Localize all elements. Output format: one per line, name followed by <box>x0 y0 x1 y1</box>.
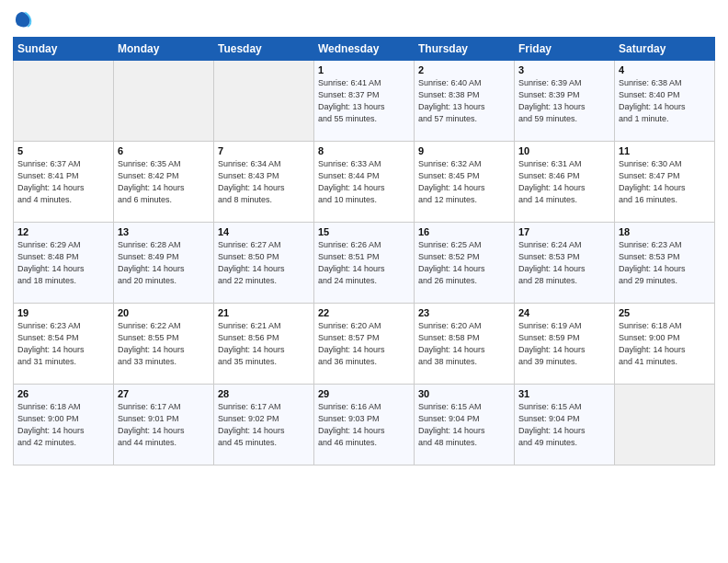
day-info: Sunrise: 6:23 AM Sunset: 8:53 PM Dayligh… <box>619 239 711 287</box>
calendar-cell: 23Sunrise: 6:20 AM Sunset: 8:58 PM Dayli… <box>415 304 515 385</box>
day-info: Sunrise: 6:18 AM Sunset: 9:00 PM Dayligh… <box>619 320 711 368</box>
day-number: 15 <box>318 226 410 237</box>
day-info: Sunrise: 6:20 AM Sunset: 8:58 PM Dayligh… <box>418 320 510 368</box>
day-number: 10 <box>518 145 610 156</box>
calendar-cell: 15Sunrise: 6:26 AM Sunset: 8:51 PM Dayli… <box>314 223 415 304</box>
day-number: 11 <box>619 145 711 156</box>
day-info: Sunrise: 6:22 AM Sunset: 8:55 PM Dayligh… <box>118 320 210 368</box>
calendar-cell: 30Sunrise: 6:15 AM Sunset: 9:04 PM Dayli… <box>415 385 515 465</box>
day-info: Sunrise: 6:19 AM Sunset: 8:59 PM Dayligh… <box>518 320 610 368</box>
calendar-cell: 25Sunrise: 6:18 AM Sunset: 9:00 PM Dayli… <box>615 304 715 385</box>
day-info: Sunrise: 6:31 AM Sunset: 8:46 PM Dayligh… <box>518 158 610 206</box>
week-row-2: 12Sunrise: 6:29 AM Sunset: 8:48 PM Dayli… <box>14 223 715 304</box>
page: SundayMondayTuesdayWednesdayThursdayFrid… <box>0 0 728 563</box>
day-number: 12 <box>17 226 109 237</box>
day-info: Sunrise: 6:23 AM Sunset: 8:54 PM Dayligh… <box>17 320 109 368</box>
day-number: 29 <box>318 388 410 399</box>
logo-icon <box>13 9 33 29</box>
day-info: Sunrise: 6:32 AM Sunset: 8:45 PM Dayligh… <box>418 158 510 206</box>
day-number: 14 <box>218 226 310 237</box>
day-info: Sunrise: 6:15 AM Sunset: 9:04 PM Dayligh… <box>418 401 510 449</box>
weekday-header-wednesday: Wednesday <box>314 38 415 61</box>
day-info: Sunrise: 6:28 AM Sunset: 8:49 PM Dayligh… <box>118 239 210 287</box>
calendar-cell: 19Sunrise: 6:23 AM Sunset: 8:54 PM Dayli… <box>14 304 114 385</box>
calendar-cell: 10Sunrise: 6:31 AM Sunset: 8:46 PM Dayli… <box>515 142 615 223</box>
calendar-cell: 18Sunrise: 6:23 AM Sunset: 8:53 PM Dayli… <box>615 223 715 304</box>
day-number: 27 <box>118 388 210 399</box>
weekday-header-monday: Monday <box>114 38 214 61</box>
calendar-cell: 22Sunrise: 6:20 AM Sunset: 8:57 PM Dayli… <box>314 304 415 385</box>
day-number: 28 <box>218 388 310 399</box>
calendar-cell: 24Sunrise: 6:19 AM Sunset: 8:59 PM Dayli… <box>515 304 615 385</box>
calendar-cell: 3Sunrise: 6:39 AM Sunset: 8:39 PM Daylig… <box>515 61 615 142</box>
weekday-header-row: SundayMondayTuesdayWednesdayThursdayFrid… <box>14 38 715 61</box>
calendar-cell: 26Sunrise: 6:18 AM Sunset: 9:00 PM Dayli… <box>14 385 114 465</box>
week-row-0: 1Sunrise: 6:41 AM Sunset: 8:37 PM Daylig… <box>14 61 715 142</box>
calendar-cell: 29Sunrise: 6:16 AM Sunset: 9:03 PM Dayli… <box>314 385 415 465</box>
day-info: Sunrise: 6:39 AM Sunset: 8:39 PM Dayligh… <box>518 77 610 125</box>
day-info: Sunrise: 6:33 AM Sunset: 8:44 PM Dayligh… <box>318 158 410 206</box>
weekday-header-sunday: Sunday <box>14 38 114 61</box>
week-row-4: 26Sunrise: 6:18 AM Sunset: 9:00 PM Dayli… <box>14 385 715 465</box>
calendar-cell <box>114 61 214 142</box>
day-number: 9 <box>418 145 510 156</box>
week-row-3: 19Sunrise: 6:23 AM Sunset: 8:54 PM Dayli… <box>14 304 715 385</box>
calendar-cell: 27Sunrise: 6:17 AM Sunset: 9:01 PM Dayli… <box>114 385 214 465</box>
day-number: 16 <box>418 226 510 237</box>
day-number: 31 <box>518 388 610 399</box>
day-info: Sunrise: 6:34 AM Sunset: 8:43 PM Dayligh… <box>218 158 310 206</box>
calendar-cell: 31Sunrise: 6:15 AM Sunset: 9:04 PM Dayli… <box>515 385 615 465</box>
day-info: Sunrise: 6:20 AM Sunset: 8:57 PM Dayligh… <box>318 320 410 368</box>
day-info: Sunrise: 6:30 AM Sunset: 8:47 PM Dayligh… <box>619 158 711 206</box>
weekday-header-tuesday: Tuesday <box>214 38 314 61</box>
day-info: Sunrise: 6:41 AM Sunset: 8:37 PM Dayligh… <box>318 77 410 125</box>
day-info: Sunrise: 6:24 AM Sunset: 8:53 PM Dayligh… <box>518 239 610 287</box>
day-number: 24 <box>518 307 610 318</box>
header <box>13 9 715 29</box>
day-info: Sunrise: 6:40 AM Sunset: 8:38 PM Dayligh… <box>418 77 510 125</box>
day-info: Sunrise: 6:17 AM Sunset: 9:01 PM Dayligh… <box>118 401 210 449</box>
day-number: 3 <box>518 64 610 75</box>
day-info: Sunrise: 6:37 AM Sunset: 8:41 PM Dayligh… <box>17 158 109 206</box>
day-number: 1 <box>318 64 410 75</box>
day-number: 22 <box>318 307 410 318</box>
calendar-cell: 13Sunrise: 6:28 AM Sunset: 8:49 PM Dayli… <box>114 223 214 304</box>
day-number: 6 <box>118 145 210 156</box>
calendar-cell: 17Sunrise: 6:24 AM Sunset: 8:53 PM Dayli… <box>515 223 615 304</box>
day-number: 20 <box>118 307 210 318</box>
calendar-cell: 16Sunrise: 6:25 AM Sunset: 8:52 PM Dayli… <box>415 223 515 304</box>
calendar-cell: 4Sunrise: 6:38 AM Sunset: 8:40 PM Daylig… <box>615 61 715 142</box>
weekday-header-friday: Friday <box>515 38 615 61</box>
calendar-body: 1Sunrise: 6:41 AM Sunset: 8:37 PM Daylig… <box>14 61 715 465</box>
day-info: Sunrise: 6:27 AM Sunset: 8:50 PM Dayligh… <box>218 239 310 287</box>
day-info: Sunrise: 6:18 AM Sunset: 9:00 PM Dayligh… <box>17 401 109 449</box>
day-info: Sunrise: 6:17 AM Sunset: 9:02 PM Dayligh… <box>218 401 310 449</box>
day-number: 18 <box>619 226 711 237</box>
day-number: 13 <box>118 226 210 237</box>
day-number: 4 <box>619 64 711 75</box>
calendar-header: SundayMondayTuesdayWednesdayThursdayFrid… <box>14 38 715 61</box>
calendar-cell <box>14 61 114 142</box>
calendar-cell: 8Sunrise: 6:33 AM Sunset: 8:44 PM Daylig… <box>314 142 415 223</box>
day-info: Sunrise: 6:38 AM Sunset: 8:40 PM Dayligh… <box>619 77 711 125</box>
day-info: Sunrise: 6:26 AM Sunset: 8:51 PM Dayligh… <box>318 239 410 287</box>
day-number: 5 <box>17 145 109 156</box>
logo <box>13 9 36 29</box>
calendar-cell: 11Sunrise: 6:30 AM Sunset: 8:47 PM Dayli… <box>615 142 715 223</box>
calendar-cell: 14Sunrise: 6:27 AM Sunset: 8:50 PM Dayli… <box>214 223 314 304</box>
calendar-cell: 7Sunrise: 6:34 AM Sunset: 8:43 PM Daylig… <box>214 142 314 223</box>
calendar-cell: 9Sunrise: 6:32 AM Sunset: 8:45 PM Daylig… <box>415 142 515 223</box>
day-number: 19 <box>17 307 109 318</box>
day-info: Sunrise: 6:15 AM Sunset: 9:04 PM Dayligh… <box>518 401 610 449</box>
day-number: 21 <box>218 307 310 318</box>
day-info: Sunrise: 6:21 AM Sunset: 8:56 PM Dayligh… <box>218 320 310 368</box>
calendar-table: SundayMondayTuesdayWednesdayThursdayFrid… <box>13 37 715 465</box>
calendar-cell <box>214 61 314 142</box>
day-number: 7 <box>218 145 310 156</box>
day-number: 25 <box>619 307 711 318</box>
day-number: 23 <box>418 307 510 318</box>
day-info: Sunrise: 6:16 AM Sunset: 9:03 PM Dayligh… <box>318 401 410 449</box>
calendar-cell: 2Sunrise: 6:40 AM Sunset: 8:38 PM Daylig… <box>415 61 515 142</box>
calendar-cell: 12Sunrise: 6:29 AM Sunset: 8:48 PM Dayli… <box>14 223 114 304</box>
week-row-1: 5Sunrise: 6:37 AM Sunset: 8:41 PM Daylig… <box>14 142 715 223</box>
